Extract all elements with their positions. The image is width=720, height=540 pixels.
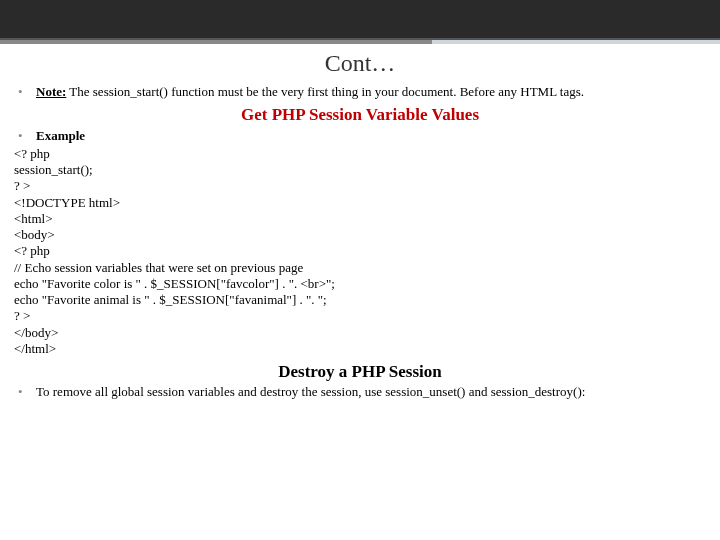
code-block: <? php session_start(); ? > <!DOCTYPE ht…: [14, 146, 706, 357]
example-line: Example: [32, 128, 706, 144]
slide-top-bar: [0, 0, 720, 40]
bullet-list-example: Example: [14, 128, 706, 144]
bullet-list-destroy: To remove all global session variables a…: [14, 384, 706, 400]
section-heading-destroy: Destroy a PHP Session: [14, 361, 706, 382]
example-label: Example: [36, 128, 85, 143]
note-line: Note: The session_start() function must …: [32, 84, 706, 100]
slide-content: Note: The session_start() function must …: [14, 84, 706, 403]
bullet-list-note: Note: The session_start() function must …: [14, 84, 706, 100]
destroy-text: To remove all global session variables a…: [32, 384, 706, 400]
section-heading-get: Get PHP Session Variable Values: [14, 104, 706, 125]
slide: Cont… Note: The session_start() function…: [0, 0, 720, 540]
slide-title: Cont…: [0, 50, 720, 77]
note-label: Note:: [36, 84, 66, 99]
note-text: The session_start() function must be the…: [66, 84, 584, 99]
